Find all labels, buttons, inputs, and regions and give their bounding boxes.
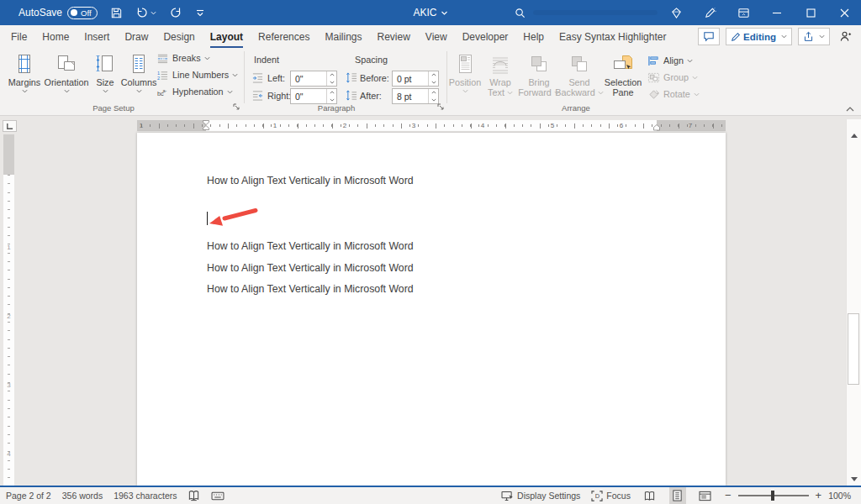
position-button[interactable]: Position bbox=[448, 52, 482, 93]
save-button[interactable] bbox=[110, 7, 123, 19]
spacing-before-spinner[interactable] bbox=[428, 71, 438, 86]
minimize-button[interactable] bbox=[760, 0, 794, 25]
spinner-up-icon[interactable] bbox=[330, 91, 335, 94]
selection-pane-button[interactable]: Selection Pane bbox=[602, 52, 644, 97]
send-backward-button[interactable]: Send Backward bbox=[557, 52, 602, 97]
tab-stop-selector[interactable] bbox=[3, 120, 17, 132]
word-count[interactable]: 356 words bbox=[62, 491, 103, 501]
read-mode-button[interactable] bbox=[642, 487, 658, 504]
zoom-in-button[interactable]: + bbox=[816, 491, 822, 500]
zoom-out-button[interactable]: − bbox=[725, 491, 732, 500]
indent-markers[interactable] bbox=[202, 120, 210, 131]
restore-button[interactable] bbox=[794, 0, 827, 25]
spinner-down-icon[interactable] bbox=[431, 81, 436, 84]
columns-button[interactable]: Columns bbox=[119, 52, 158, 93]
rewards-button[interactable] bbox=[659, 0, 693, 25]
close-button[interactable] bbox=[827, 0, 861, 25]
hyphenation-button[interactable]: bca- Hyphenation bbox=[156, 85, 233, 98]
collapse-ribbon-icon bbox=[846, 107, 854, 112]
page-indicator[interactable]: Page 2 of 2 bbox=[6, 491, 51, 501]
print-layout-button[interactable] bbox=[669, 487, 686, 504]
spinner-up-icon[interactable] bbox=[431, 91, 436, 94]
tab-mailings[interactable]: Mailings bbox=[325, 25, 362, 48]
orientation-button[interactable]: Orientation bbox=[42, 52, 91, 93]
character-count[interactable]: 1963 characters bbox=[114, 491, 177, 501]
proofing-status[interactable] bbox=[188, 490, 200, 501]
autosave-toggle[interactable]: Off bbox=[67, 7, 98, 19]
spinner-down-icon[interactable] bbox=[330, 98, 335, 102]
breaks-button[interactable]: Breaks bbox=[156, 51, 210, 65]
tab-home[interactable]: Home bbox=[42, 25, 69, 48]
ink-pen-button[interactable] bbox=[693, 0, 726, 25]
autosave-control[interactable]: AutoSave Off bbox=[18, 7, 98, 19]
group-button[interactable]: Group bbox=[647, 71, 698, 84]
dialog-launcher-icon bbox=[437, 103, 446, 112]
search-button[interactable] bbox=[515, 8, 526, 18]
scroll-up-button[interactable] bbox=[848, 129, 860, 142]
collapse-ribbon-button[interactable] bbox=[846, 107, 854, 112]
web-layout-button[interactable] bbox=[697, 487, 714, 504]
tab-draw[interactable]: Draw bbox=[124, 25, 148, 48]
paragraph-dialog-launcher[interactable] bbox=[436, 102, 446, 113]
tab-help[interactable]: Help bbox=[523, 25, 544, 48]
align-button[interactable]: Align bbox=[647, 54, 693, 67]
spinner-down-icon[interactable] bbox=[330, 81, 335, 84]
indent-left-spinner[interactable] bbox=[326, 71, 336, 86]
rotate-icon bbox=[647, 89, 660, 100]
people-button[interactable] bbox=[836, 30, 854, 43]
comments-button[interactable] bbox=[698, 28, 720, 45]
spinner-down-icon[interactable] bbox=[431, 98, 436, 102]
right-indent-marker[interactable] bbox=[652, 124, 661, 131]
spacing-before-label: Before: bbox=[360, 73, 389, 83]
page-setup-dialog-launcher[interactable] bbox=[232, 102, 242, 113]
spacing-after-input[interactable]: 8 pt bbox=[392, 88, 439, 104]
wrap-text-button[interactable]: Wrap Text bbox=[483, 52, 518, 97]
focus-button[interactable]: D Focus bbox=[591, 491, 631, 501]
zoom-slider[interactable] bbox=[738, 490, 809, 501]
line-numbers-button[interactable]: 12 Line Numbers bbox=[156, 68, 238, 81]
spacing-after-spinner[interactable] bbox=[428, 89, 438, 103]
document-line: How to Align Text Vertically in Microsof… bbox=[207, 175, 414, 186]
columns-label: Columns bbox=[121, 77, 157, 87]
margins-button[interactable]: Margins bbox=[7, 52, 42, 93]
zoom-slider-thumb[interactable] bbox=[771, 491, 774, 501]
size-button[interactable]: Size bbox=[91, 52, 119, 93]
diamond-icon bbox=[670, 7, 683, 19]
vertical-scrollbar[interactable] bbox=[846, 119, 861, 486]
customize-quick-access-button[interactable] bbox=[195, 8, 205, 18]
tab-layout[interactable]: Layout bbox=[210, 25, 243, 48]
indent-left-input[interactable]: 0" bbox=[290, 71, 337, 87]
scroll-down-button[interactable] bbox=[848, 473, 860, 486]
indent-right-spinner[interactable] bbox=[326, 89, 336, 103]
ribbon-display-options-button[interactable] bbox=[726, 0, 760, 25]
tab-design[interactable]: Design bbox=[163, 25, 194, 48]
tab-references[interactable]: References bbox=[258, 25, 309, 48]
tab-developer[interactable]: Developer bbox=[462, 25, 509, 48]
zoom-level[interactable]: 100% bbox=[828, 491, 851, 501]
display-settings-button[interactable]: Display Settings bbox=[501, 491, 580, 501]
spinner-up-icon[interactable] bbox=[330, 73, 335, 76]
tab-insert[interactable]: Insert bbox=[84, 25, 109, 48]
spinner-up-icon[interactable] bbox=[431, 73, 436, 76]
bring-forward-button[interactable]: Bring Forward bbox=[518, 52, 560, 97]
align-dropdown-icon bbox=[687, 59, 693, 63]
editing-mode-button[interactable]: Editing bbox=[726, 28, 792, 45]
tab-easy-syntax-highlighter[interactable]: Easy Syntax Highlighter bbox=[559, 25, 666, 48]
ruler-number: 3 bbox=[410, 122, 417, 129]
share-button[interactable] bbox=[798, 28, 830, 45]
undo-dropdown-icon[interactable] bbox=[151, 11, 156, 15]
tab-view[interactable]: View bbox=[425, 25, 447, 48]
spacing-before-input[interactable]: 0 pt bbox=[392, 71, 439, 87]
rotate-button[interactable]: Rotate bbox=[647, 87, 700, 101]
tab-file[interactable]: File bbox=[11, 25, 27, 48]
scrollbar-thumb[interactable] bbox=[848, 313, 859, 385]
document-page[interactable]: How to Align Text Vertically in Microsof… bbox=[137, 133, 726, 486]
keyboard-language-status[interactable] bbox=[211, 491, 224, 501]
tab-review[interactable]: Review bbox=[377, 25, 409, 48]
redo-button[interactable] bbox=[169, 6, 182, 19]
undo-button[interactable] bbox=[135, 6, 156, 19]
document-title[interactable]: AKIC bbox=[413, 7, 447, 18]
rotate-label: Rotate bbox=[663, 89, 690, 99]
breaks-icon bbox=[156, 53, 169, 64]
indent-right-input[interactable]: 0" bbox=[290, 88, 337, 104]
